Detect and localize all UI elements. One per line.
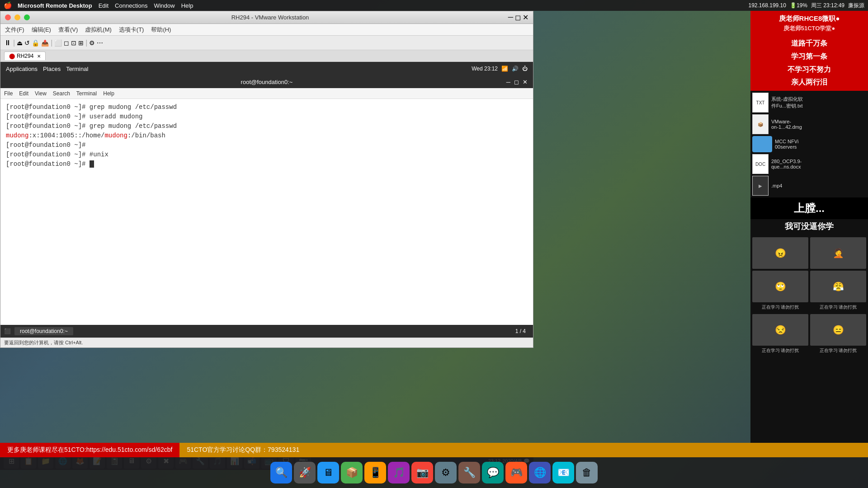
dock-app8[interactable]: 💬	[482, 462, 504, 483]
caption-4: 正在学习 请勿打扰	[810, 347, 866, 354]
vmware-winctrl-close[interactable]: ✕	[523, 13, 528, 22]
toolbar-eject-icon[interactable]: ⏏	[17, 39, 23, 47]
vmware-menu-file[interactable]: 文件(F)	[5, 26, 24, 34]
file-item-3: MCC NFVi00servers	[752, 136, 866, 152]
file-label-5: .mp4	[771, 183, 782, 188]
menu-connections[interactable]: Connections	[115, 2, 147, 9]
dock-app6[interactable]: ⚙	[435, 462, 457, 483]
vm-tab-close[interactable]: ✕	[37, 54, 41, 59]
folder-icon-3	[752, 136, 772, 152]
bottom-banner: 更多庚老师课程尽在51CTO:https://edu.51cto.com/sd/…	[0, 443, 868, 457]
vmware-menu-view[interactable]: 查看(V)	[58, 26, 78, 34]
vmware-toolbar: ⏸ | ⏏ ↺ 🔒 📤 | ⬜ ◻ ⊡ ⊞ | ⚙ ⋯	[0, 36, 533, 50]
toolbar-settings-icon[interactable]: ⚙	[89, 39, 95, 47]
vmware-titlebar: RH294 - VMware Workstation ─ ◻ ✕	[0, 11, 533, 24]
terminal-body[interactable]: [root@foundation0 ~]# grep mudong /etc/p…	[0, 99, 533, 325]
dock-app10[interactable]: 🌐	[529, 462, 551, 483]
dock-app3[interactable]: 📱	[364, 462, 386, 483]
banner-left-text: 更多庚老师课程尽在51CTO:https://edu.51cto.com/sd/…	[0, 443, 179, 457]
banner-right-text: 51CTO官方学习讨论QQ群：793524131	[179, 443, 868, 457]
dock-app11[interactable]: 📧	[552, 462, 574, 483]
caption-3: 正在学习 请勿打扰	[752, 347, 808, 354]
vmware-window: RH294 - VMware Workstation ─ ◻ ✕ 文件(F) 编…	[0, 11, 533, 348]
toolbar-more-icon[interactable]: ⋯	[97, 39, 103, 47]
meme-grid-2: 😒 😑	[750, 312, 868, 347]
term-line-7: [root@foundation0 ~]#	[6, 160, 528, 169]
dock-app9[interactable]: 🎮	[505, 462, 527, 483]
dock-app1[interactable]: 🖥	[317, 462, 339, 483]
vmware-menubar: 文件(F) 编辑(E) 查看(V) 虚拟机(M) 选项卡(T) 帮助(H)	[0, 24, 533, 36]
terminal-tab-label[interactable]: root@foundation0:~	[14, 327, 73, 335]
gnome-terminal-menu[interactable]: Terminal	[66, 66, 88, 72]
toolbar-layout4-icon[interactable]: ⊞	[78, 39, 84, 47]
dock-app7[interactable]: 🔧	[458, 462, 480, 483]
toolbar-layout3-icon[interactable]: ⊡	[71, 39, 76, 47]
gnome-topbar-left: Applications Places Terminal	[6, 66, 88, 72]
minimize-button[interactable]	[14, 14, 20, 20]
apple-logo-icon[interactable]: 🍎	[4, 1, 12, 9]
toolbar-sep3: |	[85, 39, 87, 47]
vmware-menu-help[interactable]: 帮助(H)	[151, 26, 171, 34]
meme-1: 😠	[752, 237, 808, 269]
term-icon: ⬛	[4, 328, 11, 334]
gnome-volume-icon[interactable]: 🔊	[512, 66, 519, 72]
toolbar-send-icon[interactable]: 📤	[41, 39, 49, 47]
file-icon-5: ▶	[752, 176, 769, 196]
toolbar-layout2-icon[interactable]: ◻	[64, 39, 69, 47]
vmware-menu-vm[interactable]: 虚拟机(M)	[85, 26, 112, 34]
term-menu-edit[interactable]: Edit	[19, 90, 28, 97]
meme-captions-2: 正在学习 请勿打扰 正在学习 请勿打扰	[750, 347, 868, 354]
vmware-menu-edit[interactable]: 编辑(E)	[32, 26, 51, 34]
terminal-window: ─ ◻ ✕ root@foundation0:~ File Edit View …	[0, 75, 533, 338]
dock-launchpad[interactable]: 🚀	[294, 462, 316, 483]
term-minimize-button[interactable]: ─	[506, 79, 510, 85]
file-label-1: 系统-虚拟化软件Fu...密钥.txt	[771, 96, 803, 109]
menu-window[interactable]: Window	[154, 2, 175, 9]
slogan-4: 亲人两行泪	[752, 76, 866, 89]
term-menu-file[interactable]: File	[4, 90, 13, 97]
terminal-menubar: File Edit View Search Terminal Help	[0, 88, 533, 99]
vmware-winctrl-min[interactable]: ─	[508, 13, 513, 22]
panel-title-1: 庚老师RHCE8微职●	[752, 14, 866, 24]
term-menu-help[interactable]: Help	[103, 90, 114, 97]
dock-app5[interactable]: 📷	[411, 462, 433, 483]
term-line-3: [root@foundation0 ~]# grep mudong /etc/p…	[6, 122, 528, 131]
menu-edit[interactable]: Edit	[99, 2, 108, 9]
dock-trash[interactable]: 🗑	[576, 462, 598, 483]
gnome-network-icon[interactable]: 📶	[501, 66, 508, 72]
menu-remote-desktop[interactable]: Microsoft Remote Desktop	[18, 2, 92, 9]
file-icon-4: DOC	[752, 154, 769, 174]
close-button[interactable]	[5, 14, 11, 20]
toolbar-lock-icon[interactable]: 🔒	[32, 39, 39, 47]
term-maximize-button[interactable]: ◻	[514, 79, 519, 85]
dock-finder[interactable]: 🔍	[270, 462, 292, 483]
dock-app2[interactable]: 📦	[341, 462, 363, 483]
maximize-button[interactable]	[24, 14, 30, 20]
term-menu-search[interactable]: Search	[53, 90, 70, 97]
panel-slogans: 道路千万条 学习第一条 不学习不努力 亲人两行泪	[750, 35, 868, 91]
gnome-power-icon[interactable]: ⏻	[522, 66, 528, 72]
term-menu-view[interactable]: View	[35, 90, 47, 97]
vmware-winctrl-max[interactable]: ◻	[515, 13, 521, 22]
term-menu-terminal[interactable]: Terminal	[76, 90, 97, 97]
toolbar-refresh-icon[interactable]: ↺	[24, 39, 30, 47]
term-close-button[interactable]: ✕	[523, 79, 528, 85]
gnome-places[interactable]: Places	[43, 66, 61, 72]
file-icon-2: 📦	[752, 114, 769, 134]
vmware-status-text: 要返回到您的计算机，请按 Ctrl+Alt.	[4, 339, 83, 346]
toolbar-layout-icon[interactable]: ⬜	[54, 39, 62, 47]
vm-tab-rh294[interactable]: ⬤ RH294 ✕	[4, 52, 46, 60]
menubar-icons: 廉振源	[848, 2, 864, 9]
vmware-menu-tabs[interactable]: 选项卡(T)	[119, 26, 144, 34]
file-label-3: MCC NFVi00servers	[775, 139, 798, 150]
menu-help[interactable]: Help	[181, 2, 193, 9]
terminal-titlebar: ─ ◻ ✕ root@foundation0:~	[0, 75, 533, 88]
caption-2: 正在学习 请勿打扰	[810, 304, 866, 310]
gnome-applications[interactable]: Applications	[6, 66, 38, 72]
file-item-2: 📦 VMware-on-1...42.dmg	[752, 114, 866, 134]
toolbar-sep2: |	[51, 39, 52, 47]
panel-subtitle: 庚老师51CTO学堂●	[752, 24, 866, 33]
menubar-right: 192.168.199.10 🔋19% 周三 23:12:49 廉振源	[749, 2, 865, 9]
toolbar-pause-icon[interactable]: ⏸	[4, 39, 11, 47]
dock-app4[interactable]: 🎵	[388, 462, 410, 483]
